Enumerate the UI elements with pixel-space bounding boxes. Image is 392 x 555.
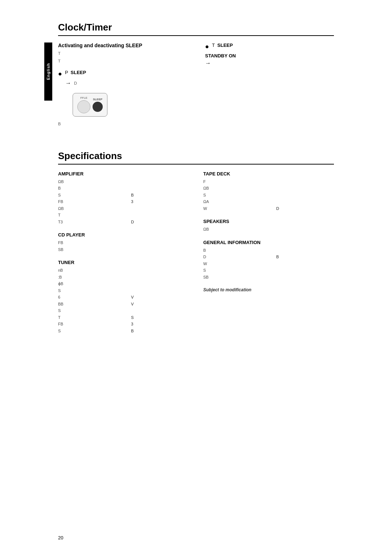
spec-row: W D xyxy=(203,206,334,212)
spec-group-tuner: TUNER nB :B ϕB S xyxy=(58,260,189,334)
clock-timer-title: Clock/Timer xyxy=(58,22,334,33)
btn-circle-sleep xyxy=(93,102,103,112)
spec-row: BB V xyxy=(58,301,189,307)
clock-divider xyxy=(58,35,334,36)
tuner-title: TUNER xyxy=(58,260,189,265)
spec-row: 6 V xyxy=(58,294,189,300)
right-bullet-item: ● T SLEEP xyxy=(205,42,334,50)
spec-row: W xyxy=(203,261,334,267)
spec-row: ΩB xyxy=(58,179,189,185)
specs-grid: AMPLIFIER ΩB B S B FB 3 xyxy=(58,171,334,341)
spec-row: S xyxy=(203,267,334,274)
amplifier-title: AMPLIFIER xyxy=(58,171,189,177)
specs-right-col: TAPE DECK F ΩB S ΩA xyxy=(203,171,334,341)
clock-content: English Activating and deactivating SLEE… xyxy=(58,42,334,129)
spec-row: S xyxy=(58,308,189,314)
intro-line1: T xyxy=(58,50,187,57)
bullet-item-1: ● P SLEEP xyxy=(58,70,187,77)
clock-right-column: ● T SLEEP STANDBY ON → xyxy=(198,42,334,129)
spec-row: T xyxy=(58,212,189,218)
btn-group-ffle: FFLE xyxy=(77,96,90,113)
clock-section: Clock/Timer English Activating and deact… xyxy=(58,22,334,129)
spec-row: B xyxy=(203,247,334,254)
specs-section: Specifications AMPLIFIER ΩB B xyxy=(58,150,334,341)
spec-row: FB xyxy=(58,240,189,246)
arrow-text-1: D xyxy=(74,81,77,85)
page-container: Clock/Timer English Activating and deact… xyxy=(0,0,392,555)
spec-group-speakers: SPEAKERS ΩB xyxy=(203,219,334,232)
general-title: GENERAL INFORMATION xyxy=(203,240,334,245)
spec-row: B xyxy=(58,185,189,191)
spec-row: S xyxy=(58,288,189,294)
specs-left-col: AMPLIFIER ΩB B S B FB 3 xyxy=(58,171,189,341)
cdplayer-title: CD PLAYER xyxy=(58,232,189,238)
spec-row: FB 3 xyxy=(58,321,189,327)
intro-line2: T xyxy=(58,58,187,64)
spec-row: FB 3 xyxy=(58,199,189,205)
spec-row: T S xyxy=(58,315,189,321)
right-arrow-item: → xyxy=(205,60,334,66)
right-bullet-text: T SLEEP xyxy=(212,42,233,48)
spec-row: ϕB xyxy=(58,281,189,287)
bullet-dot-1: ● xyxy=(58,70,62,77)
spec-row: T3 D xyxy=(58,219,189,225)
specs-divider xyxy=(58,164,334,165)
button-row: FFLE SLEEP xyxy=(77,96,103,113)
spec-row: S xyxy=(203,192,334,198)
spec-group-tapedeck: TAPE DECK F ΩB S ΩA xyxy=(203,171,334,212)
button-illustration: FFLE SLEEP xyxy=(73,93,107,117)
arrow-sym-1: → xyxy=(65,80,71,86)
btn-circle-ffle xyxy=(77,100,90,113)
spec-row: S B xyxy=(58,328,189,334)
spec-row: nB xyxy=(58,267,189,274)
spec-row: F xyxy=(203,179,334,185)
arrow-item-1: → D xyxy=(65,80,187,86)
spec-row: :B xyxy=(58,274,189,280)
spec-row: D B xyxy=(203,254,334,260)
spec-group-general: GENERAL INFORMATION B D B W S xyxy=(203,240,334,280)
specs-title: Specifications xyxy=(58,150,334,162)
tapedeck-title: TAPE DECK xyxy=(203,171,334,177)
spec-group-cdplayer: CD PLAYER FB SB xyxy=(58,232,189,252)
page-number: 20 xyxy=(58,535,63,540)
spec-row: S B xyxy=(58,192,189,198)
btn-group-sleep: SLEEP xyxy=(93,98,103,112)
english-tab: English xyxy=(44,42,52,101)
bullet-text-1: P SLEEP xyxy=(65,70,86,75)
spec-row: SB xyxy=(203,274,334,280)
right-bullet-dot: ● xyxy=(205,43,209,50)
spec-row: ΩB xyxy=(58,206,189,212)
spec-group-amplifier: AMPLIFIER ΩB B S B FB 3 xyxy=(58,171,189,225)
spec-row: ΩA xyxy=(203,199,334,205)
btn-ffle-label-top: FFLE xyxy=(80,96,87,100)
spec-row: ΩB xyxy=(203,226,334,232)
clock-left-column: Activating and deactivating SLEEP T T ● … xyxy=(58,42,198,129)
btn-sleep-label-top: SLEEP xyxy=(93,98,102,101)
spec-row: SB xyxy=(58,247,189,253)
spec-row: ΩB xyxy=(203,185,334,191)
subject-to-modification: Subject to modification xyxy=(203,287,334,292)
standby-label: STANDBY ON xyxy=(205,53,236,58)
speakers-title: SPEAKERS xyxy=(203,219,334,224)
right-arrow-sym: → xyxy=(205,60,211,66)
bottom-text: B xyxy=(58,121,187,127)
subsection-title: Activating and deactivating SLEEP xyxy=(58,42,187,48)
